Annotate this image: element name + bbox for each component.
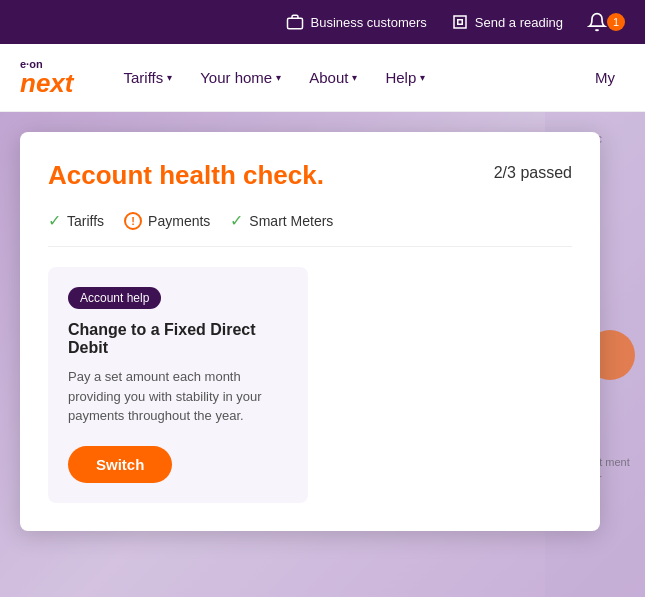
logo[interactable]: e·on next xyxy=(20,59,73,96)
nav-tariffs[interactable]: Tariffs ▾ xyxy=(113,61,182,94)
send-reading-label: Send a reading xyxy=(475,15,563,30)
card-description: Pay a set amount each month providing yo… xyxy=(68,367,288,426)
chevron-down-icon: ▾ xyxy=(420,72,425,83)
check-pass-icon-2: ✓ xyxy=(230,211,243,230)
chevron-down-icon: ▾ xyxy=(352,72,357,83)
check-tariffs-label: Tariffs xyxy=(67,213,104,229)
check-smart-meters: ✓ Smart Meters xyxy=(230,211,333,230)
card-title: Change to a Fixed Direct Debit xyxy=(68,321,288,357)
modal-checks: ✓ Tariffs ! Payments ✓ Smart Meters xyxy=(48,211,572,247)
check-pass-icon: ✓ xyxy=(48,211,61,230)
nav-help[interactable]: Help ▾ xyxy=(375,61,435,94)
info-card: Account help Change to a Fixed Direct De… xyxy=(48,267,308,503)
nav-my-account[interactable]: My xyxy=(585,61,625,94)
account-health-check-modal: Account health check. 2/3 passed ✓ Tarif… xyxy=(20,132,600,531)
nav-your-home[interactable]: Your home ▾ xyxy=(190,61,291,94)
modal-header: Account health check. 2/3 passed xyxy=(48,160,572,191)
chevron-down-icon: ▾ xyxy=(276,72,281,83)
bell-icon xyxy=(587,12,607,32)
modal-title: Account health check. xyxy=(48,160,324,191)
nav-help-label: Help xyxy=(385,69,416,86)
nav-bar: e·on next Tariffs ▾ Your home ▾ About ▾ … xyxy=(0,44,645,112)
nav-your-home-label: Your home xyxy=(200,69,272,86)
check-smart-meters-label: Smart Meters xyxy=(249,213,333,229)
business-customers-label: Business customers xyxy=(310,15,426,30)
check-payments-label: Payments xyxy=(148,213,210,229)
logo-next-text: next xyxy=(20,70,73,96)
card-badge: Account help xyxy=(68,287,161,309)
briefcase-icon xyxy=(286,13,304,31)
business-customers-link[interactable]: Business customers xyxy=(286,13,426,31)
nav-tariffs-label: Tariffs xyxy=(123,69,163,86)
top-bar: Business customers Send a reading 1 xyxy=(0,0,645,44)
modal-passed: 2/3 passed xyxy=(494,164,572,182)
modal-overlay: Account health check. 2/3 passed ✓ Tarif… xyxy=(0,112,645,597)
switch-button[interactable]: Switch xyxy=(68,446,172,483)
nav-about-label: About xyxy=(309,69,348,86)
chevron-down-icon: ▾ xyxy=(167,72,172,83)
nav-my-label: My xyxy=(595,69,615,86)
meter-icon xyxy=(451,13,469,31)
send-reading-link[interactable]: Send a reading xyxy=(451,13,563,31)
check-tariffs: ✓ Tariffs xyxy=(48,211,104,230)
notifications-button[interactable]: 1 xyxy=(587,12,625,32)
svg-rect-0 xyxy=(288,18,303,29)
nav-about[interactable]: About ▾ xyxy=(299,61,367,94)
nav-items: Tariffs ▾ Your home ▾ About ▾ Help ▾ My xyxy=(113,61,625,94)
check-warn-icon: ! xyxy=(124,212,142,230)
notification-badge: 1 xyxy=(607,13,625,31)
check-payments: ! Payments xyxy=(124,212,210,230)
